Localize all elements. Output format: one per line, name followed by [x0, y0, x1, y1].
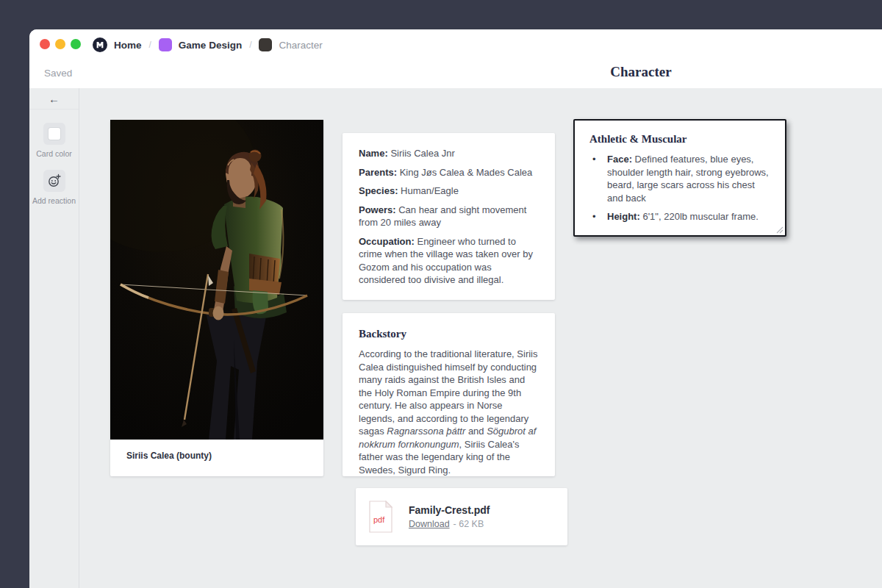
- trait-item: Height: 6'1", 220lb muscular frame.: [589, 210, 772, 223]
- profile-field: Occupation: Engineer who turned to crime…: [359, 235, 539, 287]
- profile-card[interactable]: Name: Siriis Calea Jnr Parents: King Jøs…: [343, 133, 555, 300]
- add-reaction-label: Add reaction: [32, 196, 76, 205]
- add-reaction-button[interactable]: [43, 170, 65, 192]
- window-header: Home / Game Design / Character Saved Cha…: [29, 29, 882, 88]
- character-photo: [110, 120, 323, 440]
- workarea: ← Card color: [29, 88, 882, 588]
- breadcrumb: Home / Game Design / Character: [93, 37, 323, 53]
- board-title[interactable]: Character: [575, 64, 707, 80]
- svg-text:pdf: pdf: [373, 515, 385, 524]
- minimize-window-button[interactable]: [55, 39, 65, 49]
- traits-list: Face: Defined features, blue eyes, shoul…: [589, 153, 772, 223]
- image-caption: Siriis Calea (bounty): [110, 440, 323, 461]
- backstory-paragraph: According to the traditional literature,…: [359, 348, 539, 476]
- file-size: - 62 KB: [453, 519, 484, 529]
- file-card[interactable]: pdf Family-Crest.pdf Download- 62 KB: [356, 488, 567, 545]
- zoom-window-button[interactable]: [71, 39, 81, 49]
- pdf-file-icon: pdf: [368, 501, 394, 533]
- traffic-lights: [40, 39, 81, 49]
- app-frame: Home / Game Design / Character Saved Cha…: [0, 0, 882, 588]
- breadcrumb-separator: /: [149, 40, 151, 50]
- close-window-button[interactable]: [40, 39, 50, 49]
- card-color-label: Card color: [36, 149, 71, 158]
- add-reaction-icon: [47, 173, 62, 188]
- breadcrumb-item-game-design[interactable]: Game Design: [179, 40, 242, 51]
- breadcrumb-item-character: Character: [279, 40, 322, 51]
- download-link[interactable]: Download: [409, 519, 450, 529]
- board-swatch-character[interactable]: [259, 38, 272, 51]
- color-swatch-icon: [49, 128, 60, 140]
- file-name: Family-Crest.pdf: [409, 504, 490, 516]
- app-window: Home / Game Design / Character Saved Cha…: [29, 29, 882, 588]
- profile-field: Powers: Can hear and sight movement from…: [359, 204, 539, 229]
- image-card[interactable]: Siriis Calea (bounty): [110, 120, 323, 476]
- profile-field: Name: Siriis Calea Jnr: [359, 147, 539, 160]
- breadcrumb-separator: /: [249, 40, 251, 50]
- profile-field: Species: Human/Eagle: [359, 184, 539, 198]
- backstory-card[interactable]: Backstory According to the traditional l…: [343, 313, 555, 476]
- board-swatch-game-design[interactable]: [159, 38, 172, 51]
- board-canvas[interactable]: Siriis Calea (bounty) Name: Siriis Calea…: [79, 88, 882, 588]
- file-info: Family-Crest.pdf Download- 62 KB: [409, 504, 490, 529]
- trait-item: Face: Defined features, blue eyes, shoul…: [589, 153, 772, 204]
- traits-card-selected[interactable]: Athletic & Muscular Face: Defined featur…: [573, 119, 786, 237]
- back-button[interactable]: ←: [29, 88, 79, 110]
- breadcrumb-item-home[interactable]: Home: [114, 40, 142, 51]
- backstory-card-title: Backstory: [359, 328, 539, 340]
- edit-toolbar: ← Card color: [29, 88, 79, 588]
- profile-field: Parents: King Jøs Calea & Mades Calea: [359, 166, 539, 179]
- resize-handle-icon[interactable]: [776, 226, 784, 234]
- back-arrow-icon: ←: [49, 93, 60, 105]
- card-color-button[interactable]: [43, 123, 65, 145]
- milanote-logo-icon[interactable]: [93, 37, 107, 52]
- traits-card-title: Athletic & Muscular: [589, 133, 772, 146]
- save-status: Saved: [44, 68, 72, 79]
